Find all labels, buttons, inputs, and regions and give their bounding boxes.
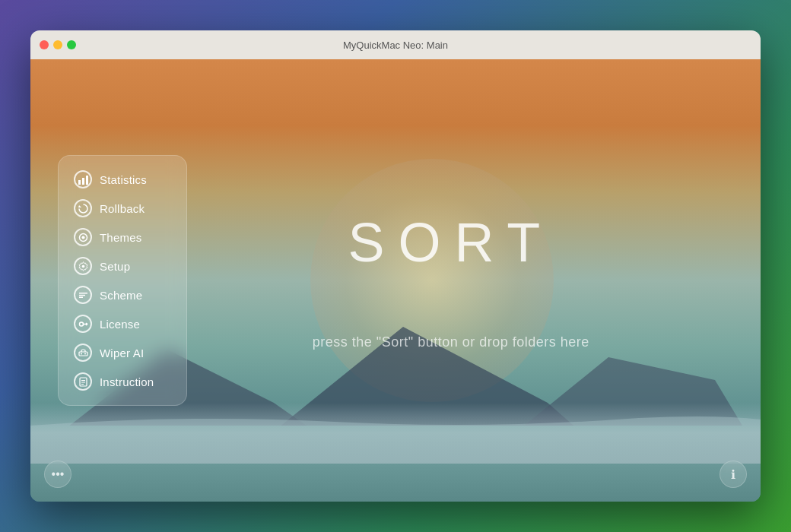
themes-icon: [74, 228, 92, 246]
svg-point-15: [81, 353, 82, 354]
svg-marker-3: [78, 205, 81, 207]
bottom-left-area: •••: [44, 461, 71, 488]
statistics-icon: [74, 170, 92, 188]
traffic-lights: [40, 40, 76, 49]
sidebar-item-scheme[interactable]: Scheme: [65, 280, 180, 309]
info-button[interactable]: ℹ: [720, 461, 747, 488]
sort-title: SORT: [313, 211, 589, 274]
license-label: License: [100, 318, 140, 331]
more-button[interactable]: •••: [44, 461, 71, 488]
statistics-label: Statistics: [100, 173, 147, 186]
mist-decoration: [30, 403, 761, 464]
sidebar-item-themes[interactable]: Themes: [65, 223, 180, 252]
bottom-right-area: ℹ: [720, 461, 747, 488]
sidebar-item-instruction[interactable]: Instruction: [65, 367, 180, 396]
main-content-area: Statistics Rollback Them: [30, 59, 761, 502]
instruction-icon: [74, 372, 92, 391]
app-window: MyQuickMac Neo: Main: [30, 30, 761, 502]
svg-point-6: [81, 264, 84, 268]
sort-subtitle: press the "Sort" button or drop folders …: [313, 334, 589, 350]
setup-label: Setup: [100, 260, 130, 273]
window-title: MyQuickMac Neo: Main: [343, 40, 448, 51]
setup-icon: [74, 257, 92, 275]
svg-rect-19: [81, 382, 85, 382]
titlebar: MyQuickMac Neo: Main: [30, 30, 761, 59]
wiper-ai-icon: [74, 344, 92, 362]
maximize-button[interactable]: [67, 40, 76, 49]
rollback-icon: [74, 199, 92, 217]
sidebar-item-rollback[interactable]: Rollback: [65, 194, 180, 223]
wiper-ai-label: Wiper AI: [100, 347, 144, 359]
sidebar-item-statistics[interactable]: Statistics: [65, 165, 180, 194]
scheme-label: Scheme: [100, 289, 142, 302]
sidebar-item-setup[interactable]: Setup: [65, 252, 180, 280]
minimize-button[interactable]: [53, 40, 62, 49]
rollback-label: Rollback: [100, 202, 145, 215]
sort-content: SORT press the "Sort" button or drop fol…: [313, 211, 589, 350]
instruction-label: Instruction: [100, 375, 154, 388]
sidebar: Statistics Rollback Them: [58, 155, 187, 406]
svg-point-16: [84, 353, 86, 354]
svg-rect-14: [79, 352, 87, 356]
scheme-icon: [74, 286, 92, 304]
close-button[interactable]: [40, 40, 49, 49]
svg-rect-7: [79, 293, 87, 294]
themes-label: Themes: [100, 231, 141, 244]
svg-rect-8: [79, 294, 85, 296]
svg-point-10: [79, 322, 83, 326]
svg-point-5: [81, 236, 84, 239]
svg-rect-2: [86, 176, 88, 185]
svg-rect-9: [79, 296, 83, 298]
svg-rect-18: [81, 380, 85, 381]
svg-rect-0: [78, 180, 81, 185]
svg-rect-20: [81, 384, 84, 385]
svg-rect-1: [82, 178, 84, 185]
sidebar-item-license[interactable]: License: [65, 309, 180, 338]
sidebar-item-wiper-ai[interactable]: Wiper AI: [65, 338, 180, 367]
license-icon: [74, 315, 92, 333]
